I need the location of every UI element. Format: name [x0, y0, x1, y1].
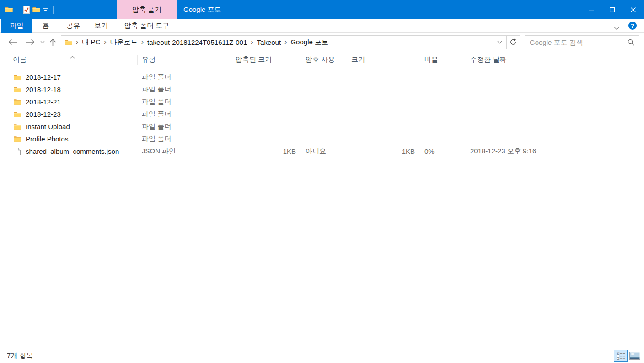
- qat-divider: [18, 6, 18, 14]
- table-row[interactable]: 2018-12-18파일 폴더: [9, 83, 557, 96]
- folder-icon: [13, 99, 21, 105]
- table-row[interactable]: Instant Upload파일 폴더: [9, 120, 557, 133]
- column-header-type[interactable]: 유형: [138, 52, 231, 67]
- folder-icon: [13, 87, 21, 93]
- folder-icon: [13, 136, 21, 142]
- address-bar[interactable]: ›내 PC›다운로드›takeout-20181224T051611Z-001›…: [61, 35, 520, 49]
- search-input[interactable]: [525, 38, 628, 46]
- new-folder-button[interactable]: [31, 0, 42, 19]
- file-name-cell: Profile Photos: [9, 135, 138, 143]
- folder-icon: [13, 74, 21, 81]
- file-type-cell: 파일 폴더: [138, 98, 231, 106]
- file-name-cell: 2018-12-21: [9, 98, 138, 106]
- column-header-name[interactable]: 이름: [9, 52, 138, 67]
- app-folder-icon: [4, 0, 14, 19]
- window-title: Google 포토: [183, 0, 221, 19]
- ratio-cell: 0%: [420, 147, 466, 155]
- column-header-size[interactable]: 크기: [347, 52, 420, 67]
- address-dropdown-chevron-icon[interactable]: [493, 41, 506, 44]
- file-name-label: Instant Upload: [26, 123, 70, 130]
- breadcrumb-segment[interactable]: Takeout: [257, 38, 281, 46]
- file-name-cell: 2018-12-17: [9, 73, 138, 81]
- file-type-cell: 파일 폴더: [138, 122, 231, 131]
- breadcrumb-separator-icon[interactable]: ›: [251, 38, 253, 46]
- breadcrumb-separator-icon[interactable]: ›: [284, 38, 287, 46]
- table-row[interactable]: 2018-12-17파일 폴더: [9, 71, 557, 83]
- up-button[interactable]: [47, 33, 58, 52]
- file-name-cell: 2018-12-23: [9, 110, 138, 118]
- file-type-cell: 파일 폴더: [138, 73, 231, 81]
- recent-locations-chevron-icon[interactable]: [39, 33, 46, 52]
- file-type-cell: JSON 파일: [138, 147, 231, 156]
- search-box: [525, 35, 639, 49]
- file-type-cell: 파일 폴더: [138, 110, 231, 119]
- file-list-area: 이름유형압축된 크기암호 사용크기비율수정한 날짜 2018-12-17파일 폴…: [0, 52, 644, 157]
- ribbon-tab-share[interactable]: 공유: [59, 19, 87, 33]
- table-row[interactable]: 2018-12-21파일 폴더: [9, 96, 557, 108]
- password-cell: 아니요: [301, 147, 347, 156]
- ribbon-tab-bar: 파일홈공유보기 압축 폴더 도구 ?: [0, 19, 644, 33]
- quick-access-toolbar: [4, 0, 57, 19]
- properties-button[interactable]: [22, 0, 31, 19]
- breadcrumb-separator-icon[interactable]: ›: [76, 38, 78, 46]
- file-name-label: 2018-12-18: [26, 86, 61, 93]
- column-header-ratio[interactable]: 비율: [420, 52, 466, 67]
- column-header-modified[interactable]: 수정한 날짜: [466, 52, 558, 67]
- search-icon[interactable]: [628, 39, 634, 46]
- file-name-cell: 2018-12-18: [9, 86, 138, 93]
- file-type-cell: 파일 폴더: [138, 135, 231, 143]
- large-icons-view-button[interactable]: [628, 350, 641, 361]
- maximize-button[interactable]: [601, 0, 623, 19]
- date-modified-cell: 2018-12-23 오후 9:16: [466, 147, 558, 156]
- compressed-size-cell: 1KB: [231, 147, 301, 155]
- details-view-button[interactable]: [614, 350, 628, 362]
- table-row[interactable]: 2018-12-23파일 폴더: [9, 108, 557, 120]
- qat-divider: [53, 6, 54, 14]
- help-button[interactable]: ?: [628, 22, 637, 30]
- breadcrumb-segment[interactable]: 내 PC: [82, 38, 100, 47]
- breadcrumb-separator-icon[interactable]: ›: [141, 38, 144, 46]
- table-row[interactable]: Profile Photos파일 폴더: [9, 133, 557, 145]
- title-bar: 압축 풀기 Google 포토: [0, 0, 644, 19]
- table-row[interactable]: shared_album_comments.jsonJSON 파일1KB아니요1…: [9, 145, 557, 157]
- ribbon-tab-file[interactable]: 파일: [1, 19, 32, 33]
- address-folder-icon: [65, 39, 72, 45]
- folder-icon: [13, 111, 21, 118]
- file-type-cell: 파일 폴더: [138, 85, 231, 94]
- size-cell: 1KB: [347, 147, 420, 155]
- tab-compressed-folder-tools[interactable]: 압축 폴더 도구: [117, 19, 177, 33]
- column-header-password[interactable]: 암호 사용: [301, 52, 347, 67]
- file-icon: [13, 148, 21, 155]
- breadcrumb-segment[interactable]: 다운로드: [110, 38, 138, 47]
- file-name-label: 2018-12-23: [26, 110, 61, 118]
- explorer-window: 압축 풀기 Google 포토 파일홈공유보기 압축 폴더 도구 ?: [0, 0, 644, 363]
- breadcrumb-segment[interactable]: Google 포토: [290, 38, 328, 47]
- file-list: 2018-12-17파일 폴더2018-12-18파일 폴더2018-12-21…: [0, 67, 644, 157]
- refresh-button[interactable]: [507, 36, 520, 49]
- items-count-label: 7개 항목: [7, 352, 33, 360]
- breadcrumb-separator-icon[interactable]: ›: [104, 38, 106, 46]
- view-toggle-group: [614, 350, 641, 362]
- back-button[interactable]: [7, 33, 19, 52]
- file-name-label: 2018-12-21: [26, 98, 61, 106]
- column-header-row: 이름유형압축된 크기암호 사용크기비율수정한 날짜: [9, 52, 558, 67]
- customize-qat-chevron-icon[interactable]: [42, 0, 49, 19]
- column-header-compressed[interactable]: 압축된 크기: [231, 52, 301, 67]
- folder-icon: [13, 124, 21, 130]
- expand-ribbon-chevron-icon[interactable]: [614, 24, 620, 32]
- status-bar: 7개 항목: [0, 349, 644, 363]
- navigation-toolbar: ›내 PC›다운로드›takeout-20181224T051611Z-001›…: [0, 33, 644, 52]
- file-name-cell: Instant Upload: [9, 123, 138, 130]
- forward-button[interactable]: [24, 33, 36, 52]
- close-button[interactable]: [623, 0, 644, 19]
- file-name-label: shared_album_comments.json: [26, 147, 119, 155]
- status-divider: [40, 352, 40, 359]
- extract-context-tab[interactable]: 압축 풀기: [117, 0, 177, 19]
- minimize-button[interactable]: [580, 0, 601, 19]
- ribbon-tab-view[interactable]: 보기: [87, 19, 115, 33]
- breadcrumb-segment[interactable]: takeout-20181224T051611Z-001: [147, 38, 247, 46]
- file-name-label: 2018-12-17: [26, 73, 61, 81]
- window-controls: [580, 0, 644, 19]
- ribbon-tab-home[interactable]: 홈: [32, 19, 59, 33]
- breadcrumb: ›내 PC›다운로드›takeout-20181224T051611Z-001›…: [72, 38, 328, 47]
